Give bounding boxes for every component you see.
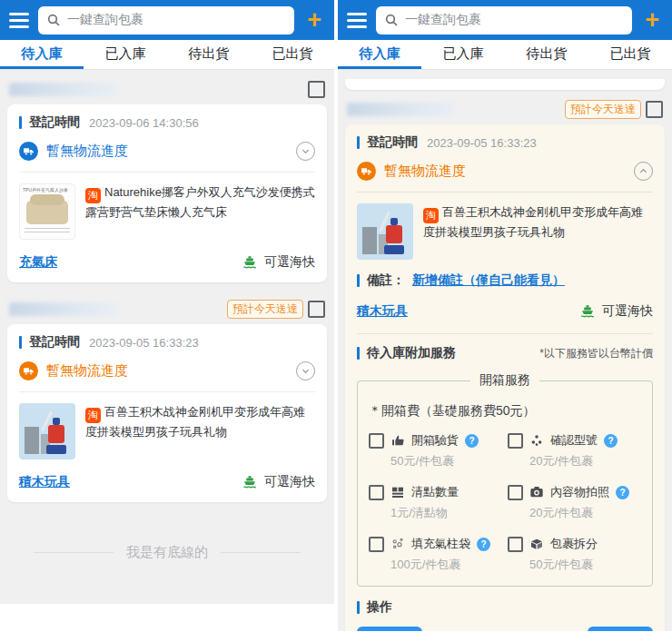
product-title: 淘百兽王积木战神金刚机甲变形成年高难度拼装模型男孩子玩具礼物 <box>85 403 315 459</box>
shipping-option: 可選海快 <box>242 254 315 271</box>
list-item-header: 預計今天送達 <box>9 299 325 319</box>
screenshot-pair: 一鍵查詢包裹 + 待入庫 已入庫 待出貨 已出貨 登記時間 2023-09-0 <box>0 0 672 642</box>
truck-icon <box>357 162 376 181</box>
taobao-icon: 淘 <box>423 208 439 223</box>
product-title: 淘Naturehike挪客户外双人充气沙发便携式露营野营气垫床懒人充气床 <box>85 183 315 240</box>
actions-label: 操作 <box>367 599 392 616</box>
register-time-label: 登記時間 <box>29 334 80 351</box>
tab-outbound[interactable]: 已出貨 <box>251 40 334 69</box>
service-price: 20元/件包裹 <box>529 453 641 469</box>
package-checkbox[interactable] <box>308 301 325 318</box>
shipping-option: 可選海快 <box>579 303 653 320</box>
search-input[interactable]: 一鍵查詢包裹 <box>376 6 632 35</box>
shipping-label: 可選海快 <box>264 474 315 490</box>
add-package-button[interactable]: + <box>303 8 325 33</box>
redacted-package-title <box>9 302 116 316</box>
menu-icon[interactable] <box>9 13 29 28</box>
confirm-model-icon <box>529 433 544 448</box>
package-card[interactable]: 登記時間 2023-09-05 16:33:23 暫無物流進度 <box>7 324 327 502</box>
register-time-value: 2023-09-05 16:33:23 <box>427 136 537 150</box>
register-time-value: 2023-09-06 14:30:56 <box>89 116 199 130</box>
service-price: 20元/件包裹 <box>529 505 641 521</box>
help-icon[interactable]: ? <box>465 434 479 448</box>
tab-pending-outbound[interactable]: 待出貨 <box>167 40 251 69</box>
register-time-label: 登記時間 <box>367 134 418 151</box>
service-price: 100元/件包裹 <box>390 557 502 573</box>
search-input[interactable]: 一鍵查詢包裹 <box>38 6 294 35</box>
help-icon[interactable]: ? <box>616 486 629 499</box>
search-icon <box>384 13 399 27</box>
section-marker <box>357 274 360 287</box>
service-item: 填充氣柱袋 ? 100元/件包裹 <box>369 536 502 573</box>
note-label: 備註： <box>367 272 405 289</box>
services-title: 待入庫附加服務 <box>367 345 456 361</box>
tab-inbound[interactable]: 已入庫 <box>421 40 505 69</box>
product-image <box>19 403 75 459</box>
add-package-button[interactable]: + <box>641 8 663 33</box>
service-item: 確認型號 ? 20元/件包裹 <box>508 432 641 469</box>
tab-pending-outbound[interactable]: 待出貨 <box>505 40 588 69</box>
unboxing-services-title: 開箱服務 <box>470 372 539 389</box>
air-cushion-icon <box>390 537 405 551</box>
chevron-down-icon[interactable] <box>296 142 315 161</box>
chevron-up-icon[interactable] <box>634 162 653 181</box>
eta-today-tag: 預計今天送達 <box>565 100 641 119</box>
service-price: 50元/件包裹 <box>529 557 641 573</box>
service-checkbox[interactable] <box>369 537 384 552</box>
package-card-expanded: 登記時間 2023-09-05 16:33:23 暫無物流進度 <box>345 124 665 642</box>
tab-pending-inbound[interactable]: 待入庫 <box>338 40 421 69</box>
service-checkbox[interactable] <box>508 433 523 449</box>
menu-icon[interactable] <box>347 13 367 28</box>
add-note-link[interactable]: 新增備註（僅自己能看見） <box>412 272 565 289</box>
shipping-label: 可選海快 <box>602 303 653 320</box>
list-item-header <box>9 79 325 99</box>
service-item: 包裹拆分 50元/件包裹 <box>508 536 641 573</box>
help-icon[interactable]: ? <box>604 434 618 448</box>
section-marker <box>357 136 360 149</box>
service-item: 開箱驗貨 ? 50元/件包裹 <box>369 432 502 469</box>
package-card[interactable]: 登記時間 2023-09-06 14:30:56 暫無物流進度 TPU户外充气双… <box>7 104 327 282</box>
list-end-text: 我是有底線的 <box>0 544 334 561</box>
count-quantity-icon <box>390 485 405 499</box>
panel-right: 一鍵查詢包裹 + 待入庫 已入庫 待出貨 已出貨 預計今天送達 登記時間 <box>338 0 672 642</box>
services-currency-note: *以下服務皆以台幣計價 <box>539 346 653 361</box>
product-image: TPU户外充气双人沙发 <box>19 183 75 240</box>
category-link[interactable]: 積木玩具 <box>357 303 408 320</box>
logistics-status: 暫無物流進度 <box>384 163 466 180</box>
service-item: 清點數量 1元/清點物 <box>369 484 502 521</box>
inspect-goods-icon <box>390 433 405 448</box>
unboxing-base-fee: ＊開箱費（基礎服務費50元） <box>369 403 641 420</box>
section-marker <box>357 601 360 614</box>
ship-icon <box>242 474 258 490</box>
category-link[interactable]: 充氣床 <box>19 254 57 271</box>
package-checkbox[interactable] <box>308 81 325 98</box>
category-link[interactable]: 積木玩具 <box>19 474 70 490</box>
help-icon[interactable]: ? <box>477 538 490 551</box>
ship-icon <box>242 254 258 271</box>
ship-icon <box>579 303 596 320</box>
app-bar: 一鍵查詢包裹 + <box>338 0 672 40</box>
product-title: 淘百兽王积木战神金刚机甲变形成年高难度拼装模型男孩子玩具礼物 <box>423 203 653 260</box>
previous-card-edge <box>345 79 665 90</box>
product-image-caption: TPU户外充气双人沙发 <box>20 184 74 193</box>
package-checkbox[interactable] <box>646 101 663 118</box>
service-checkbox[interactable] <box>508 537 523 552</box>
search-icon <box>46 13 61 27</box>
taobao-icon: 淘 <box>85 408 101 423</box>
tab-inbound[interactable]: 已入庫 <box>84 40 167 69</box>
truck-icon <box>19 361 38 380</box>
service-price: 1元/清點物 <box>390 505 502 521</box>
chevron-down-icon[interactable] <box>296 361 315 380</box>
logistics-status: 暫無物流進度 <box>46 143 128 160</box>
tab-outbound[interactable]: 已出貨 <box>588 40 672 69</box>
section-marker <box>19 116 22 129</box>
panel-left: 一鍵查詢包裹 + 待入庫 已入庫 待出貨 已出貨 登記時間 2023-09-0 <box>0 0 334 642</box>
service-checkbox[interactable] <box>508 485 523 500</box>
tab-pending-inbound[interactable]: 待入庫 <box>0 40 84 69</box>
section-marker <box>357 347 360 360</box>
search-placeholder: 一鍵查詢包裹 <box>405 12 481 28</box>
service-checkbox[interactable] <box>369 433 384 449</box>
section-marker <box>19 336 22 349</box>
service-checkbox[interactable] <box>369 485 384 500</box>
app-bar: 一鍵查詢包裹 + <box>0 0 334 40</box>
